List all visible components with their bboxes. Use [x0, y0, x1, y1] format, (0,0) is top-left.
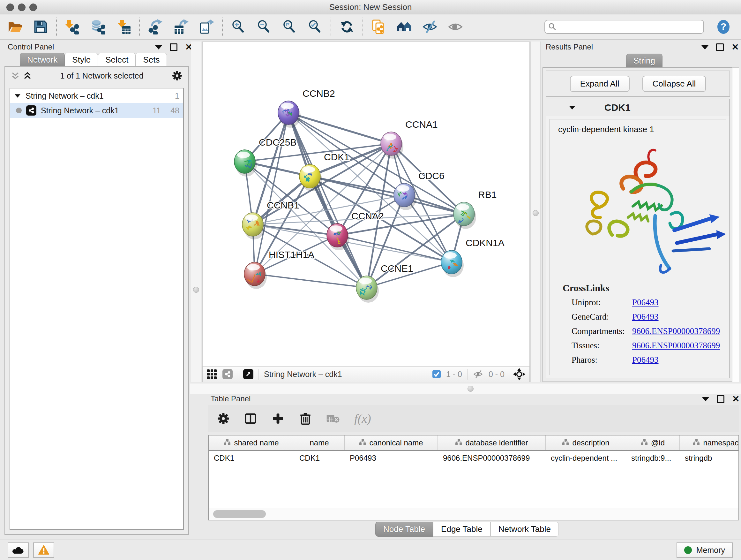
- zoom-out-button[interactable]: [256, 19, 272, 35]
- column-header--id[interactable]: @id: [626, 435, 680, 450]
- horizontal-splitter[interactable]: [190, 383, 741, 394]
- show-columns-icon[interactable]: [244, 412, 257, 425]
- expand-all-button[interactable]: Expand All: [570, 76, 630, 92]
- control-panel-float-icon[interactable]: [155, 45, 162, 50]
- network-collection-row[interactable]: String Network – cdk1 1: [10, 88, 183, 103]
- search-input[interactable]: [559, 22, 700, 32]
- tab-network[interactable]: Network: [20, 53, 65, 67]
- table-settings-gear-icon[interactable]: [217, 412, 230, 425]
- crosshair-icon[interactable]: [513, 368, 526, 381]
- horizontal-splitter-handle[interactable]: [468, 386, 474, 392]
- first-neighbors-button[interactable]: [396, 19, 412, 35]
- memory-button[interactable]: Memory: [677, 543, 733, 558]
- collapse-all-icon[interactable]: [11, 71, 20, 80]
- tab-sets[interactable]: Sets: [136, 53, 167, 67]
- crosslink-link[interactable]: 9606.ENSP00000378699: [632, 326, 720, 336]
- results-panel-close-icon[interactable]: ✕: [731, 43, 739, 52]
- import-network-from-database-button[interactable]: [90, 19, 106, 35]
- table-cell[interactable]: stringdb:9...: [626, 451, 680, 465]
- network-node-CDK1[interactable]: [299, 165, 322, 191]
- open-session-button[interactable]: [7, 19, 23, 35]
- save-session-button[interactable]: [32, 19, 49, 35]
- column-header-namespace[interactable]: namespace: [680, 435, 739, 450]
- column-header-database-identifier[interactable]: database identifier: [438, 435, 546, 450]
- import-network-button[interactable]: [64, 19, 80, 35]
- export-table-button[interactable]: [173, 19, 189, 35]
- import-table-button[interactable]: [116, 19, 131, 35]
- column-header-name[interactable]: name: [294, 435, 345, 450]
- table-panel-maximize-icon[interactable]: [717, 395, 724, 403]
- zoom-in-button[interactable]: [230, 19, 246, 35]
- edge-CCNB2-CCNE1[interactable]: [288, 113, 367, 288]
- zoom-selected-button[interactable]: [307, 19, 323, 35]
- column-header-description[interactable]: description: [546, 435, 626, 450]
- right-splitter-handle[interactable]: [533, 210, 539, 216]
- table-scrollbar-thumb[interactable]: [213, 510, 266, 518]
- network-node-CCNA2[interactable]: [327, 224, 349, 250]
- edge-CCNA2-CDKN1A[interactable]: [337, 235, 452, 262]
- expand-all-icon[interactable]: [23, 71, 32, 80]
- edge-CDK1-RB1[interactable]: [310, 176, 464, 214]
- control-panel-maximize-icon[interactable]: [170, 44, 178, 51]
- tab-select[interactable]: Select: [98, 53, 136, 67]
- selected-checkbox-icon[interactable]: [432, 370, 441, 379]
- network-row[interactable]: String Network – cdk1 11 48: [10, 103, 183, 118]
- collapse-all-button[interactable]: Collapse All: [643, 76, 706, 92]
- network-options-gear-icon[interactable]: [172, 70, 183, 81]
- grid-view-icon[interactable]: [206, 369, 217, 380]
- show-all-button[interactable]: [448, 19, 463, 35]
- left-splitter[interactable]: [191, 42, 201, 382]
- search-field[interactable]: [544, 20, 704, 34]
- network-node-CDKN1A[interactable]: [441, 250, 464, 277]
- tab-style[interactable]: Style: [65, 53, 98, 67]
- network-canvas[interactable]: CCNB2CCNA1CDC25BCDK1CDC6RB1CCNB1CCNA2CDK…: [202, 42, 530, 366]
- refresh-view-button[interactable]: [339, 19, 355, 35]
- tab-node-table[interactable]: Node Table: [375, 522, 433, 537]
- tab-network-table[interactable]: Network Table: [490, 522, 559, 537]
- crosslink-link[interactable]: P06493: [632, 298, 659, 307]
- crosslink-link[interactable]: P06493: [632, 312, 659, 322]
- crosslink-link[interactable]: P06493: [632, 355, 659, 365]
- export-network-button[interactable]: [147, 19, 163, 35]
- results-panel-float-icon[interactable]: [701, 45, 709, 50]
- birdseye-view-icon[interactable]: [243, 369, 253, 379]
- left-splitter-handle[interactable]: [193, 287, 199, 293]
- network-node-CDC25B[interactable]: [234, 150, 257, 177]
- results-scrollbar[interactable]: [732, 67, 739, 382]
- network-node-CCNE1[interactable]: [356, 276, 379, 303]
- results-panel-maximize-icon[interactable]: [716, 44, 724, 51]
- right-splitter[interactable]: [530, 42, 541, 382]
- table-cell[interactable]: CDK1: [209, 451, 294, 465]
- table-cell[interactable]: 9606.ENSP00000378699: [438, 451, 546, 465]
- warning-status-button[interactable]: [33, 543, 54, 558]
- edge-CCNB2-CCNA1[interactable]: [288, 113, 391, 144]
- cloud-status-button[interactable]: [8, 543, 29, 558]
- table-panel-close-icon[interactable]: ✕: [732, 395, 739, 403]
- hide-selected-button[interactable]: [422, 19, 438, 35]
- delete-table-icon[interactable]: [326, 413, 340, 424]
- share-view-icon[interactable]: [222, 369, 232, 379]
- table-panel-float-icon[interactable]: [702, 397, 709, 401]
- table-cell[interactable]: stringdb: [680, 451, 739, 465]
- tab-string[interactable]: String: [626, 54, 663, 68]
- table-cell[interactable]: P06493: [345, 451, 438, 465]
- collection-expander-icon[interactable]: [15, 94, 20, 98]
- network-graph[interactable]: CCNB2CCNA1CDC25BCDK1CDC6RB1CCNB1CCNA2CDK…: [203, 42, 529, 366]
- network-node-RB1[interactable]: [454, 202, 476, 229]
- zoom-fit-button[interactable]: [281, 19, 297, 35]
- table-row[interactable]: CDK1CDK1P064939606.ENSP00000378699cyclin…: [209, 451, 738, 465]
- tab-edge-table[interactable]: Edge Table: [433, 522, 490, 537]
- protein-expander-icon[interactable]: [569, 106, 576, 109]
- delete-column-icon[interactable]: [299, 412, 312, 425]
- export-image-button[interactable]: [199, 19, 214, 35]
- network-node-CCNB2[interactable]: [278, 101, 300, 128]
- edge-HIST1H1A-CCNE1[interactable]: [255, 274, 367, 288]
- column-header-shared-name[interactable]: shared name: [209, 435, 294, 450]
- help-button[interactable]: ?: [716, 19, 731, 35]
- column-header-canonical-name[interactable]: canonical name: [345, 435, 438, 450]
- edge-CCNB1-CCNA2[interactable]: [253, 225, 337, 235]
- add-column-icon[interactable]: [271, 412, 285, 425]
- crosslink-link[interactable]: 9606.ENSP00000378699: [632, 341, 720, 351]
- protein-section-header[interactable]: CDK1: [546, 99, 730, 116]
- table-cell[interactable]: CDK1: [294, 451, 345, 465]
